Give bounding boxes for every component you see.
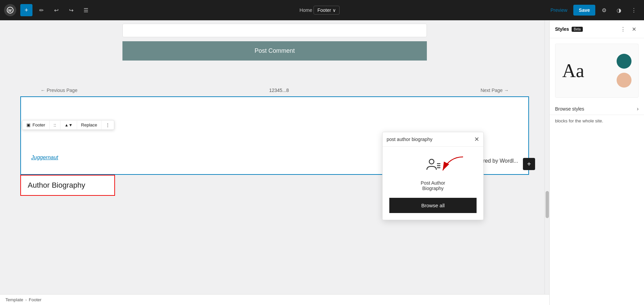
next-page-link[interactable]: Next Page → — [481, 88, 509, 93]
scrollbar-thumb[interactable] — [546, 191, 549, 218]
browse-styles-row[interactable]: Browse styles › — [550, 103, 644, 115]
beta-badge: Beta — [572, 27, 583, 32]
red-arrow-icon — [429, 154, 470, 181]
svg-text:W: W — [8, 8, 12, 13]
post-comment-button[interactable]: Post Comment — [122, 41, 427, 61]
styles-panel-title: Styles Beta — [555, 26, 583, 32]
prev-page-link[interactable]: ← Previous Page — [41, 88, 77, 93]
inserter-body: Post Author Biography Browse all — [383, 147, 483, 220]
add-block-button[interactable]: + — [20, 4, 32, 16]
footer-breadcrumb[interactable]: Footer ∨ — [314, 6, 339, 15]
pagination-row: ← Previous Page 12345...8 Next Page → — [0, 84, 549, 96]
undo-button[interactable]: ↩ — [50, 4, 62, 16]
footer-replace-button[interactable]: Replace — [77, 120, 102, 130]
browse-styles-arrow-icon: › — [637, 106, 639, 112]
footer-move-arrows[interactable]: ▲▼ — [61, 121, 77, 130]
styles-aa-text: Aa — [562, 60, 584, 81]
settings-button[interactable]: ⚙ — [598, 4, 610, 16]
styles-panel: Styles Beta ⋮ ✕ Aa Browse styles › block… — [549, 20, 644, 305]
block-name-label: Post Author Biography — [421, 180, 445, 191]
save-button[interactable]: Save — [573, 5, 595, 16]
footer-breadcrumb-bottom[interactable]: Footer — [29, 297, 42, 302]
list-view-button[interactable]: ☰ — [80, 4, 92, 16]
footer-more-button[interactable]: ⋮ — [101, 120, 114, 130]
teal-color-circle — [617, 54, 631, 69]
scrollbar-track[interactable] — [545, 20, 549, 305]
bottom-breadcrumb: Template › Footer — [0, 294, 549, 305]
inserter-close-button[interactable]: ✕ — [474, 136, 479, 143]
footer-drag-handle[interactable]: :: — [50, 120, 61, 130]
styles-more-button[interactable]: ⋮ — [618, 24, 628, 34]
post-comment-section: Post Comment — [0, 20, 549, 67]
edit-button[interactable]: ✏ — [35, 4, 47, 16]
peach-color-circle — [617, 73, 631, 88]
footer-label: Footer — [32, 122, 45, 127]
inserter-search-value[interactable]: post author biography — [387, 137, 474, 142]
styles-colors — [617, 54, 631, 88]
template-breadcrumb-label[interactable]: Template — [5, 297, 23, 302]
styles-title-text: Styles — [555, 26, 569, 32]
author-biography-label: Author Biography — [20, 175, 115, 196]
footer-icon: ▣ — [26, 122, 30, 127]
styles-close-button[interactable]: ✕ — [629, 24, 639, 34]
styles-panel-header: Styles Beta ⋮ ✕ — [550, 20, 644, 38]
breadcrumb: Home Footer ∨ — [95, 6, 545, 15]
add-block-float-button[interactable]: + — [523, 158, 535, 170]
breadcrumb-chevron-icon: ∨ — [332, 7, 336, 13]
styles-preview-box: Aa — [555, 44, 639, 98]
wp-logo[interactable]: W — [4, 4, 16, 16]
inserter-header: post author biography ✕ — [383, 132, 483, 147]
block-name-line2: Biography — [422, 186, 443, 191]
wp-icon: W — [7, 7, 14, 14]
block-name-line1: Post Author — [421, 180, 445, 186]
more-options-button[interactable]: ⋮ — [628, 4, 640, 16]
block-inserter-popup: post author biography ✕ — [382, 132, 484, 220]
browse-styles-label: Browse styles — [555, 106, 584, 112]
preview-button[interactable]: Preview — [547, 5, 571, 15]
main-layout: Post Comment ▣ Footer :: ▲▼ Replace ⋮ ← … — [0, 20, 644, 305]
styles-panel-icons: ⋮ ✕ — [618, 24, 639, 34]
contrast-button[interactable]: ◑ — [613, 4, 625, 16]
footer-block-toolbar: ▣ Footer :: ▲▼ Replace ⋮ — [22, 120, 114, 130]
toolbar: W + ✏ ↩ ↪ ☰ Home Footer ∨ Preview Save ⚙… — [0, 0, 644, 20]
page-numbers: 12345...8 — [269, 88, 289, 93]
breadcrumb-separator: › — [25, 297, 27, 302]
comment-textarea[interactable] — [122, 24, 427, 37]
panel-body-text: blocks for the whole site. — [550, 115, 644, 127]
toolbar-right: Preview Save ⚙ ◑ ⋮ — [547, 4, 640, 16]
footer-breadcrumb-label: Footer — [317, 7, 331, 13]
footer-block-icon: ▣ Footer — [22, 120, 50, 130]
redo-button[interactable]: ↪ — [65, 4, 77, 16]
drag-dots-icon: :: — [54, 122, 56, 127]
home-breadcrumb[interactable]: Home — [300, 7, 312, 13]
browse-all-button[interactable]: Browse all — [389, 198, 477, 213]
juggernaut-link[interactable]: Juggernaut — [31, 155, 58, 161]
